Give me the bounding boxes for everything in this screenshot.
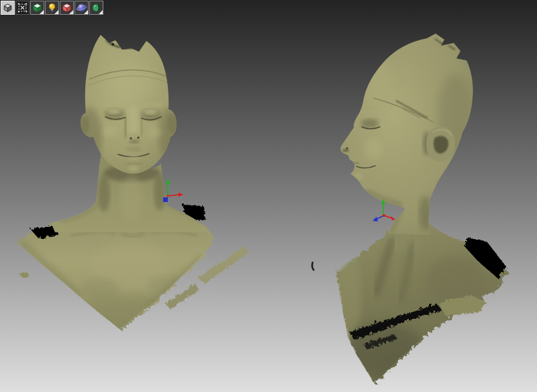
textured-shading-button[interactable] [30,1,44,15]
scene-svg [0,0,537,392]
ear-right [167,114,178,133]
fit-view-icon [17,2,28,13]
mesh-fragment-island [19,271,28,277]
toolbar [1,1,103,15]
axis-z-marker [163,197,168,202]
smooth-shading-button[interactable] [75,1,89,15]
shaded-view-button[interactable] [1,1,15,15]
dropdown-corner-triangle [40,10,44,14]
fit-view-button[interactable] [15,1,30,15]
ear-left [79,115,89,134]
mesh-bust-profile[interactable] [312,34,507,383]
dropdown-corner-triangle [84,10,88,14]
axis-z-arrow [373,217,378,222]
dropdown-corner-triangle [54,10,58,14]
axis-origin [166,195,168,197]
viewport-3d[interactable] [0,0,537,392]
lighting-button[interactable] [45,1,59,15]
axis-x-arrow [391,216,395,220]
axis-x-arrow [179,193,183,197]
flat-shading-button[interactable] [60,1,74,15]
axis-origin [383,214,385,217]
mesh-fragment-comma [312,262,314,271]
dropdown-corner-triangle [69,10,73,14]
half-shaded-sphere-button[interactable] [89,1,103,15]
polyhedron-icon [2,2,13,13]
dropdown-corner-triangle [99,10,103,14]
axis-y-arrow [166,179,170,184]
axis-gizmo-front [163,179,183,202]
mesh-bust-front[interactable] [15,35,248,331]
